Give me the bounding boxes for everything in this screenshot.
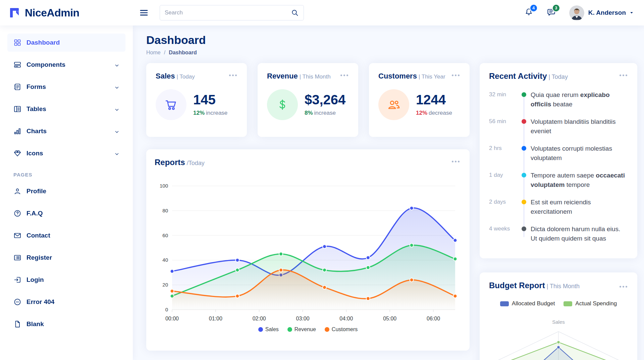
- breadcrumb-home[interactable]: Home: [146, 50, 161, 56]
- activity-timeline: 32 min Quia quae rerum explicabo officii…: [489, 90, 628, 243]
- sidebar-item-login[interactable]: Login: [7, 271, 125, 289]
- search-input[interactable]: [165, 9, 291, 16]
- reports-chart[interactable]: 02040608010000:0001:0002:0003:0004:0005:…: [155, 181, 461, 332]
- avatar: [569, 5, 584, 20]
- reports-subtitle: /Today: [187, 160, 205, 166]
- hamburger-icon[interactable]: [139, 8, 149, 18]
- sidebar-item-components[interactable]: Components: [7, 56, 125, 74]
- chevron-down-icon: [114, 129, 119, 134]
- svg-text:05:00: 05:00: [383, 316, 396, 321]
- activity-item: 1 day Tempore autem saepe occaecati volu…: [489, 171, 628, 189]
- sidebar: Dashboard Components Forms Tables Charts: [0, 25, 133, 360]
- search-icon[interactable]: [291, 9, 299, 17]
- sidebar-item-label: Charts: [26, 127, 47, 135]
- svg-text:Sales: Sales: [552, 319, 565, 325]
- activity-dot-icon: [522, 226, 526, 231]
- bell-icon: [524, 12, 533, 18]
- notifications-button[interactable]: 4: [524, 8, 533, 18]
- info-card-trend: 12%increase: [193, 110, 227, 116]
- sidebar-item-icons[interactable]: Icons: [7, 144, 125, 162]
- messages-button[interactable]: 3: [547, 8, 556, 18]
- sidebar-item-contact[interactable]: Contact: [7, 226, 125, 245]
- budget-radar-chart[interactable]: Sales: [489, 314, 628, 360]
- activity-text: Est sit eum reiciendis exercitationem: [531, 198, 628, 216]
- info-card-title: Sales| Today: [156, 72, 237, 81]
- legend-item-revenue[interactable]: Revenue: [287, 326, 316, 332]
- dash-circle-icon: [13, 298, 21, 306]
- grid-icon: [13, 39, 21, 47]
- legend-item-customers[interactable]: Customers: [325, 326, 358, 332]
- svg-text:04:00: 04:00: [339, 316, 353, 321]
- activity-item: 56 min Voluptatem blanditiis blanditiis …: [489, 117, 628, 136]
- legend-item-sales[interactable]: Sales: [258, 326, 279, 332]
- sidebar-item-f-a-q[interactable]: F.A.Q: [7, 204, 125, 222]
- sidebar-item-label: Forms: [26, 83, 46, 91]
- sidebar-item-label: Tables: [26, 105, 46, 113]
- customers-card: Customers| This Year 1244 12%decrease: [369, 63, 470, 137]
- profile-menu[interactable]: K. Anderson: [569, 5, 634, 20]
- activity-text: Dicta dolorem harum nulla eius. Ut quide…: [531, 224, 628, 243]
- sales-card: Sales| Today 145 12%increase: [146, 63, 247, 137]
- bar-chart-icon: [13, 127, 21, 135]
- activity-text: Voluptates corrupti molestias voluptatem: [531, 144, 628, 162]
- sidebar-item-dashboard[interactable]: Dashboard: [7, 34, 125, 52]
- chat-icon: [547, 12, 556, 18]
- reports-card: Reports/Today 02040608010000:0001:0002:0…: [146, 149, 470, 351]
- sidebar-item-charts[interactable]: Charts: [7, 122, 125, 140]
- chevron-down-icon: [114, 151, 119, 156]
- budget-report-card: Budget Report| This Month Allocated Budg…: [480, 272, 637, 360]
- search-form: [160, 5, 304, 20]
- sidebar-item-profile[interactable]: Profile: [7, 182, 125, 200]
- login-icon: [13, 276, 21, 284]
- cart-icon: [156, 89, 186, 120]
- activity-time: 2 days: [489, 198, 517, 216]
- breadcrumb-current: Dashboard: [169, 50, 197, 56]
- niceadmin-logo-icon: [9, 7, 21, 19]
- breadcrumb-separator: /: [164, 50, 165, 56]
- svg-text:80: 80: [162, 208, 168, 213]
- budget-report-title: Budget Report| This Month: [489, 281, 628, 290]
- legend-item-actual-spending[interactable]: Actual Spending: [564, 300, 617, 307]
- info-card-trend: 12%decrease: [416, 110, 452, 116]
- card-options-icon[interactable]: [228, 73, 238, 78]
- svg-text:20: 20: [162, 282, 168, 288]
- activity-time: 4 weeks: [489, 224, 517, 243]
- chevron-down-icon: [114, 85, 119, 90]
- sidebar-item-tables[interactable]: Tables: [7, 100, 125, 118]
- svg-text:03:00: 03:00: [296, 316, 310, 321]
- sidebar-item-label: Contact: [26, 232, 50, 239]
- sidebar-item-label: Register: [26, 254, 52, 261]
- sidebar-item-error-404[interactable]: Error 404: [7, 293, 125, 311]
- activity-item: 4 weeks Dicta dolorem harum nulla eius. …: [489, 224, 628, 243]
- sidebar-item-blank[interactable]: Blank: [7, 315, 125, 333]
- info-card-value: 145: [193, 93, 227, 106]
- brand-logo[interactable]: NiceAdmin: [9, 7, 129, 19]
- journal-icon: [13, 83, 21, 91]
- card-list-icon: [13, 254, 21, 262]
- user-name: K. Anderson: [588, 9, 626, 16]
- sidebar-item-label: Profile: [26, 188, 46, 195]
- info-card-trend: 8%increase: [305, 110, 345, 116]
- activity-text: Tempore autem saepe occaecati voluptatem…: [531, 171, 628, 189]
- legend-item-allocated-budget[interactable]: Allocated Budget: [500, 300, 555, 307]
- people-icon: [378, 89, 409, 120]
- brand-name: NiceAdmin: [25, 7, 79, 19]
- page-title: Dashboard: [146, 34, 637, 47]
- svg-text:100: 100: [160, 183, 168, 189]
- card-options-icon[interactable]: [339, 73, 350, 78]
- budget-chart-legend: Allocated BudgetActual Spending: [489, 300, 628, 307]
- sidebar-item-forms[interactable]: Forms: [7, 78, 125, 96]
- activity-dot-icon: [522, 146, 526, 151]
- activity-time: 1 day: [489, 171, 517, 189]
- card-options-icon[interactable]: [618, 285, 629, 289]
- table-icon: [13, 105, 21, 113]
- card-options-icon[interactable]: [450, 73, 461, 78]
- sidebar-item-register[interactable]: Register: [7, 249, 125, 267]
- activity-item: 2 hrs Voluptates corrupti molestias volu…: [489, 144, 628, 162]
- revenue-card: Revenue| This Month $3,264 8%increase: [258, 63, 358, 137]
- card-options-icon[interactable]: [618, 73, 629, 78]
- activity-dot-icon: [522, 119, 526, 124]
- card-options-icon[interactable]: [450, 159, 461, 164]
- budget-report-subtitle: | This Month: [547, 283, 580, 290]
- activity-text: Quia quae rerum explicabo officiis beata…: [531, 90, 628, 109]
